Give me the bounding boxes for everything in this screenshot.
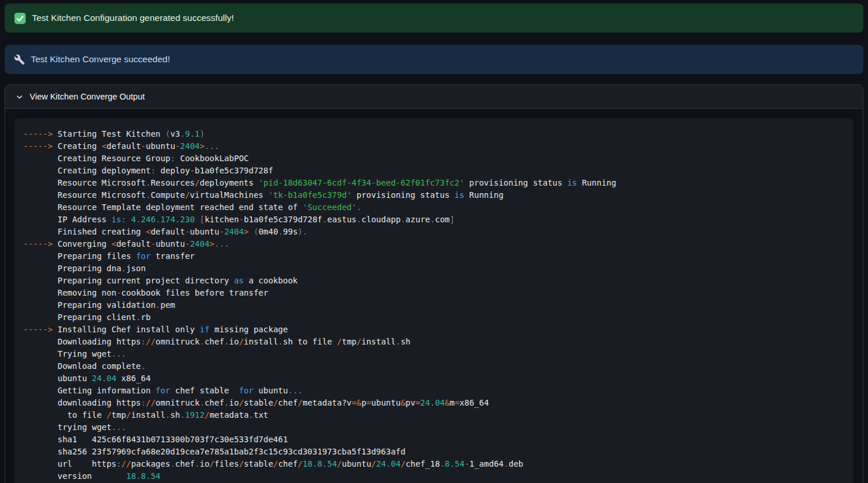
console-line: sha256 23f57969cfa68e20d19cea7e785a1bab2… — [23, 446, 845, 458]
console-line: Resource Template deployment reached end… — [23, 201, 845, 214]
console-line: sha1 425c66f8431b0713300b703f7c30e533fd7… — [23, 434, 845, 446]
check-icon — [14, 12, 26, 24]
console-line: Preparing dna.json — [23, 262, 845, 275]
console-line: ubuntu 24.04 x86_64 — [23, 372, 845, 385]
console-line: to file /tmp/install.sh.1912/metadata.tx… — [23, 409, 845, 421]
console-line: version 18.8.54 — [23, 470, 845, 482]
console-line: url https://packages.chef.io/files/stabl… — [23, 458, 845, 470]
console-line: Removing non-cookbook files before trans… — [23, 287, 845, 299]
console-line: -----> Installing Chef install only if m… — [23, 324, 845, 336]
expander-body: -----> Starting Test Kitchen (v3.9.1)---… — [5, 109, 863, 483]
console-line: -----> Converging <default-ubuntu-2404>.… — [23, 238, 845, 250]
console-line: Preparing client.rb — [23, 311, 845, 324]
expander-label: View Kitchen Converge Output — [30, 92, 145, 101]
chevron-down-icon — [15, 93, 24, 101]
console-line: Preparing files for transfer — [23, 250, 845, 262]
console-output: -----> Starting Test Kitchen (v3.9.1)---… — [23, 128, 845, 482]
wrench-icon — [14, 54, 25, 65]
expander-header[interactable]: View Kitchen Converge Output — [5, 85, 863, 109]
info-text: Test Kitchen Converge succeeded! — [31, 54, 170, 65]
info-alert: Test Kitchen Converge succeeded! — [5, 45, 863, 74]
console-line: Finished creating <default-ubuntu-2404> … — [23, 226, 845, 238]
console-line: Preparing validation.pem — [23, 299, 845, 311]
console-line: Resource Microsoft.Compute/virtualMachin… — [23, 189, 845, 201]
console-line: Preparing current project directory as a… — [23, 275, 845, 287]
success-text: Test Kitchen Configuration generated suc… — [32, 13, 234, 23]
app: Test Kitchen Configuration generated suc… — [0, 0, 868, 483]
console-line: IP Address is: 4.246.174.230 [kitchen-b1… — [23, 214, 845, 226]
console-line: -----> Creating <default-ubuntu-2404>... — [23, 140, 845, 152]
console-line: Creating deployment: deploy-b1a0fe5c379d… — [23, 165, 845, 177]
console-line: Trying wget... — [23, 348, 845, 360]
console-line: Download complete. — [23, 360, 845, 372]
console-line: Resource Microsoft.Resources/deployments… — [23, 177, 845, 189]
console-code-block[interactable]: -----> Starting Test Kitchen (v3.9.1)---… — [15, 118, 853, 483]
success-alert: Test Kitchen Configuration generated suc… — [5, 3, 863, 33]
console-line: Creating Resource Group: CookbookLabPOC — [23, 152, 845, 165]
console-line: Getting information for chef stable for … — [23, 385, 845, 397]
console-line: -----> Starting Test Kitchen (v3.9.1) — [23, 128, 845, 140]
console-line: Downloading https://omnitruck.chef.io/in… — [23, 336, 845, 348]
expander: View Kitchen Converge Output -----> Star… — [5, 84, 863, 483]
console-line: downloading https://omnitruck.chef.io/st… — [23, 397, 845, 409]
console-line: trying wget... — [23, 421, 845, 434]
